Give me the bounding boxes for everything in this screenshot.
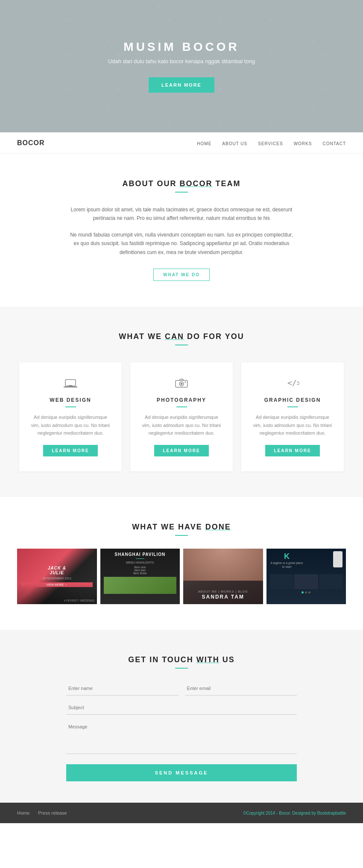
work-2-items-list: Item oneItem twoItem three — [104, 566, 177, 575]
service-cta-graphicdesign[interactable]: LEARN MORE — [265, 445, 319, 456]
about-para2: Ne mundi fabulas corrumpit vim, nulla vi… — [68, 231, 295, 257]
nav-item-home[interactable]: HOME — [197, 139, 211, 147]
work-4-dot-3 — [308, 591, 310, 593]
work-item-1[interactable]: JACK & JULIE 23 NOVEMBER 2013 VIEW MORE … — [17, 549, 97, 604]
nav-link-home[interactable]: HOME — [197, 141, 211, 146]
service-underline-photography — [176, 406, 187, 407]
nav-item-about[interactable]: ABOUT US — [222, 139, 247, 147]
footer-designer: Bootstrapbattle — [317, 811, 346, 815]
navbar-brand: BOCOR — [17, 139, 45, 147]
service-underline-graphicdesign — [287, 406, 298, 407]
service-card-graphicdesign: </> GRAPHIC DESIGN Ad denique euripidis … — [241, 362, 344, 471]
footer-links: Home Press release — [17, 810, 67, 815]
hero-cta-button[interactable]: LEARN MORE — [149, 77, 214, 93]
footer-copyright-text: ©Copyright 2014 - Bocor. Designed by — [243, 811, 317, 815]
work-4-thumb-3 — [319, 574, 343, 589]
contact-title: GET IN TOUCH WITH US — [17, 655, 346, 664]
hero-background — [0, 0, 363, 132]
service-desc-photography: Ad denique euripidis signiferumque vim, … — [141, 413, 222, 437]
work-1-title: JACK & — [21, 566, 93, 570]
footer: Home Press release ©Copyright 2014 - Boc… — [0, 803, 363, 823]
work-4-logo: K — [270, 552, 304, 561]
footer-link-press[interactable]: Press release — [38, 810, 67, 815]
services-title: WHAT WE CAN DO FOR YOU — [17, 332, 346, 341]
works-title-underlined: DONE — [205, 523, 231, 531]
nav-link-about[interactable]: ABOUT US — [222, 141, 247, 146]
contact-name-input[interactable] — [66, 681, 179, 696]
nav-link-services[interactable]: SERVICES — [258, 141, 283, 146]
footer-link-home[interactable]: Home — [17, 810, 29, 815]
nav-link-contact[interactable]: CONTACT — [322, 141, 346, 146]
hero-subtitle: Udah dari dulu tahu kalo bocor kenapa ng… — [108, 58, 255, 64]
work-4-phone — [333, 551, 343, 567]
work-3-title: SANDRA TAM — [187, 594, 259, 600]
work-4-dots — [270, 591, 343, 593]
hero-title: MUSIM BOCOR — [123, 40, 239, 54]
service-card-webdesign: WEB DESIGN Ad denique euripidis signifer… — [19, 362, 122, 471]
contact-send-button[interactable]: SEND MESSAGE — [66, 764, 297, 781]
about-section: ABOUT OUR BOCOR TEAM Lorem ipsum dolor s… — [0, 154, 363, 307]
camera-icon — [141, 377, 222, 391]
services-title-underlined: CAN — [165, 332, 184, 341]
navbar: BOCOR HOME ABOUT US SERVICES WORKS CONTA… — [0, 132, 363, 154]
work-4-tagline: A tagline is a great place to start — [270, 561, 304, 569]
service-desc-webdesign: Ad denique euripidis signiferumque vim, … — [30, 413, 111, 437]
about-title-underlined: BOCOR — [180, 179, 213, 188]
work-2-title: SHANGHAI PAVILION — [104, 552, 177, 557]
contact-section: GET IN TOUCH WITH US SEND MESSAGE — [0, 630, 363, 803]
about-cta-button[interactable]: WHAT WE DO — [153, 269, 210, 281]
work-3-overlay: ABOUT ME | WORKS | BLOG SANDRA TAM — [183, 549, 263, 604]
work-4-screenshots — [270, 574, 343, 589]
navbar-nav: HOME ABOUT US SERVICES WORKS CONTACT — [197, 139, 346, 147]
svg-rect-2 — [69, 385, 72, 386]
service-name-webdesign: WEB DESIGN — [30, 397, 111, 403]
service-name-graphicdesign: GRAPHIC DESIGN — [252, 397, 333, 403]
contact-title-underline — [175, 668, 188, 669]
nav-link-works[interactable]: WORKS — [294, 141, 312, 146]
services-section: WHAT WE CAN DO FOR YOU WEB DESIGN Ad den… — [0, 307, 363, 497]
works-section: WHAT WE HAVE DONE JACK & JULIE 23 NOVEMB… — [0, 497, 363, 630]
contact-email-input[interactable] — [185, 681, 297, 696]
work-item-2[interactable]: SHANGHAI PAVILION MENU HIGHLIGHTS Item o… — [100, 549, 180, 604]
footer-copyright: ©Copyright 2014 - Bocor. Designed by Boo… — [243, 811, 346, 815]
svg-text:</>: </> — [287, 378, 299, 387]
works-title-underline — [175, 535, 188, 536]
services-grid: WEB DESIGN Ad denique euripidis signifer… — [17, 362, 346, 471]
work-4-dot-1 — [302, 591, 304, 593]
work-4-dot-2 — [305, 591, 307, 593]
contact-message-textarea[interactable] — [66, 720, 297, 754]
nav-item-works[interactable]: WORKS — [294, 139, 312, 147]
laptop-icon — [30, 377, 111, 391]
service-cta-photography[interactable]: LEARN MORE — [154, 445, 208, 456]
works-title: WHAT WE HAVE DONE — [17, 523, 346, 532]
contact-form: SEND MESSAGE — [66, 681, 297, 781]
svg-rect-1 — [64, 386, 77, 388]
about-title: ABOUT OUR BOCOR TEAM — [17, 179, 346, 188]
contact-subject-input[interactable] — [66, 701, 297, 715]
work-2-subtitle: MENU HIGHLIGHTS — [104, 560, 177, 565]
about-title-underline — [175, 192, 188, 193]
work-4-header: K A tagline is a great place to start — [270, 552, 343, 571]
nav-item-contact[interactable]: CONTACT — [322, 139, 346, 147]
service-card-photography: PHOTOGRAPHY Ad denique euripidis signife… — [130, 362, 233, 471]
work-1-meta: 🏷 EVENT / WEDDING — [64, 599, 95, 602]
service-name-photography: PHOTOGRAPHY — [141, 397, 222, 403]
service-desc-graphicdesign: Ad denique euripidis signiferumque vim, … — [252, 413, 333, 437]
work-2-divider — [136, 558, 144, 559]
work-4-content: K A tagline is a great place to start — [266, 549, 346, 597]
services-title-underline — [175, 345, 188, 345]
contact-row-name-email — [66, 681, 297, 696]
nav-item-services[interactable]: SERVICES — [258, 139, 283, 147]
work-item-3[interactable]: ABOUT ME | WORKS | BLOG SANDRA TAM — [183, 549, 263, 604]
svg-point-6 — [185, 381, 186, 383]
service-underline-webdesign — [65, 406, 76, 407]
work-1-title2: JULIE — [21, 570, 93, 575]
contact-title-underlined: WITH — [196, 655, 220, 664]
service-cta-webdesign[interactable]: LEARN MORE — [43, 445, 97, 456]
work-item-4[interactable]: K A tagline is a great place to start — [266, 549, 346, 604]
code-icon: </> — [252, 377, 333, 391]
work-4-thumb-2 — [294, 574, 318, 589]
work-3-label: ABOUT ME | WORKS | BLOG — [187, 590, 259, 593]
about-para1: Lorem ipsum dolor sit amet, vis tale mal… — [68, 205, 295, 223]
work-2-image — [104, 577, 177, 594]
